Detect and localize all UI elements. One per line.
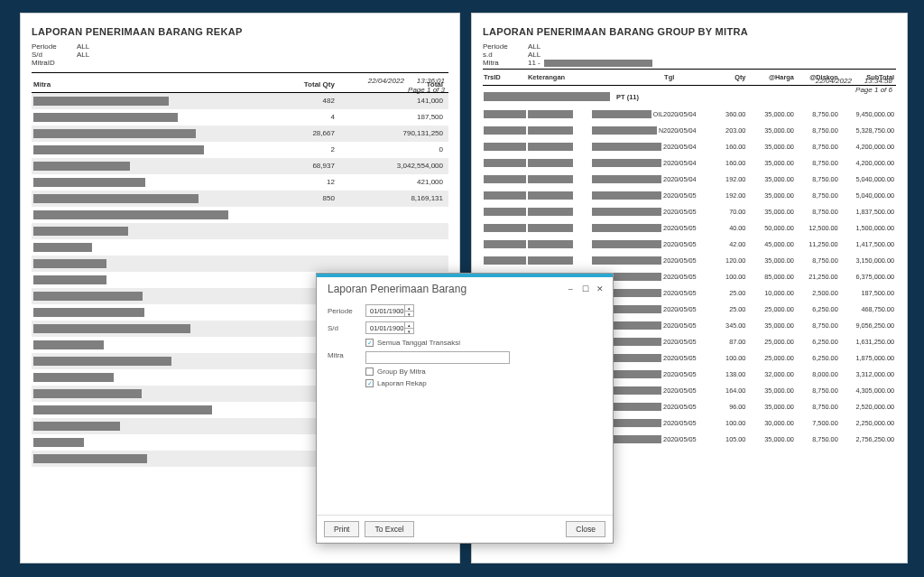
sd-input[interactable]: 01/01/1900▴▾ [365,321,414,334]
dialog-title: Laporan Penerimaan Barang [328,283,467,295]
mitra-label: Mitra [328,351,360,359]
meta-periode: PeriodeALL [483,42,896,51]
page-title: LAPORAN PENERIMAAN BARANG GROUP BY MITRA [483,26,896,37]
report-dialog: Laporan Penerimaan Barang – ☐ ✕ Periode … [316,273,614,544]
col-mitra: Mitra [32,77,256,93]
periode-input[interactable]: 01/01/1900▴▾ [365,304,414,317]
col-tgl: Tgl [663,70,716,86]
group-name: PT (11) [616,93,639,101]
close-icon[interactable]: ✕ [595,284,605,293]
report-timestamp: 22/04/202213:36:01 Page 1 of 3 [368,77,445,96]
table-row: 2020/05/05 40.0050,000.0012,500.001,500,… [483,219,896,236]
table-row [32,223,448,239]
periode-label: Periode [328,307,360,315]
table-row: 2020/05/05 192.0035,000.008,750.005,040,… [483,187,896,203]
table-row [32,207,448,223]
chk-laporan-rekap[interactable]: Laporan Rekap [365,379,510,387]
to-excel-button[interactable]: To Excel [365,521,413,537]
col-ket: Keterangan [527,70,663,86]
table-row: 68,9373,042,554,000 [32,158,448,174]
table-row: 4187,500 [32,109,448,126]
dialog-titlebar: Laporan Penerimaan Barang – ☐ ✕ [317,277,613,299]
meta-sd: s.dALL [483,51,896,59]
table-row: 8508,169,131 [32,191,448,207]
table-row: 2020/05/05 42.0045,000.0011,250.001,417,… [483,236,896,252]
meta-sd: S/dALL [32,51,448,59]
maximize-icon[interactable]: ☐ [580,284,591,293]
table-row: 28,667790,131,250 [32,126,448,142]
chk-semua-tanggal[interactable]: Semua Tanggal Transaksi [365,339,460,347]
mitra-input[interactable] [365,351,510,364]
table-row: 2020/05/04 160.0035,000.008,750.004,200,… [483,138,896,154]
table-row [32,239,448,256]
table-row: OIL 2020/05/04 360.0035,000.008,750.009,… [483,106,896,122]
table-row [32,256,448,272]
table-row: N 2020/05/04 203.0035,000.008,750.005,32… [483,122,896,138]
meta-mitra: MitraID [32,59,448,67]
meta-mitra: Mitra 11 - [483,59,896,67]
col-qty: Qty [716,70,748,86]
meta-periode: PeriodeALL [32,42,448,51]
table-row: 2020/05/04 160.0035,000.008,750.004,200,… [483,154,896,171]
table-row: 2020/05/05 70.0035,000.008,750.001,837,5… [483,203,896,219]
print-button[interactable]: Print [324,521,359,537]
page-title: LAPORAN PENERIMAAN BARANG REKAP [32,26,448,37]
sd-label: S/d [328,324,360,332]
close-button[interactable]: Close [566,521,605,537]
mitra-mask [544,60,652,67]
col-harga: @Harga [747,70,795,86]
table-row: 2020/05/05 120.0035,000.008,750.003,150,… [483,252,896,268]
minimize-icon[interactable]: – [565,284,576,293]
chk-group-by-mitra[interactable]: Group By Mitra [365,368,510,376]
table-row: 12421,000 [32,174,448,191]
col-trsid: TrsID [483,70,527,86]
table-row: 2020/05/04 192.0035,000.008,750.005,040,… [483,171,896,187]
table-row: 20 [32,142,448,158]
col-qty: Total Qty [256,77,339,93]
report-timestamp: 22/04/202213:34:58 Page 1 of 6 [816,77,892,96]
